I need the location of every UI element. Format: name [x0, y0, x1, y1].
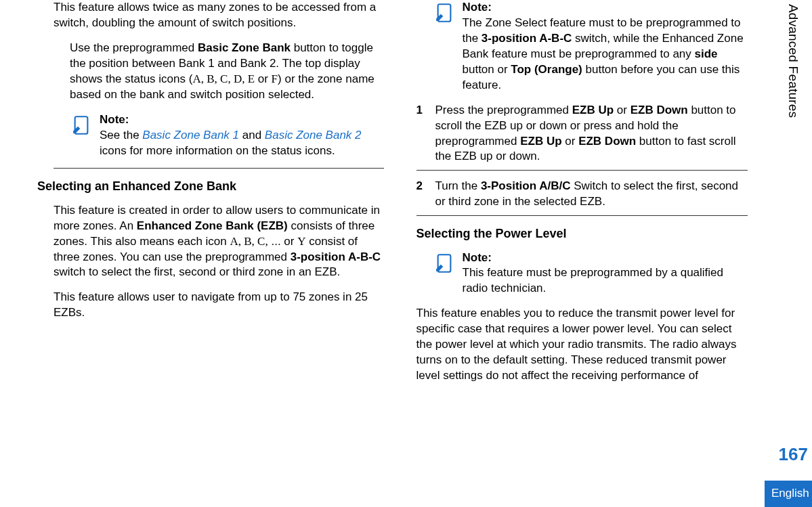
divider [416, 215, 748, 216]
basic-zone-paragraph: Use the preprogrammed Basic Zone Bank bu… [70, 41, 384, 103]
divider [54, 168, 384, 169]
text: Turn the [435, 179, 481, 192]
note-basic-zone: Note: See the Basic Zone Bank 1 and Basi… [70, 112, 384, 159]
text: or [562, 135, 579, 148]
text: This feature must be preprogrammed by a … [463, 266, 724, 294]
heading-enhanced-zone: Selecting an Enhanced Zone Bank [37, 178, 384, 194]
step-1: 1 Press the preprogrammed EZB Up or EZB … [416, 103, 748, 165]
bold-text: Enhanced Zone Bank (EZB) [137, 219, 288, 232]
left-column: This feature allows twice as many zones … [20, 0, 403, 507]
right-column: Note: The Zone Select feature must to be… [403, 0, 786, 507]
step-text: Press the preprogrammed EZB Up or EZB Do… [435, 103, 748, 165]
bold-text: EZB Down [578, 135, 636, 148]
text: Use the preprogrammed [70, 41, 198, 54]
text: switch to select the first, second or th… [54, 265, 340, 278]
bold-text: 3-Position A/B/C [481, 179, 571, 192]
ezb-paragraph-2: This feature allows user to navigate fro… [54, 290, 384, 321]
ezb-paragraph-1: This feature is created in order to allo… [54, 203, 384, 281]
note-title: Note: [463, 0, 748, 16]
intro-paragraph: This feature allows twice as many zones … [54, 0, 384, 31]
text: or [614, 104, 631, 116]
text: or [255, 72, 272, 85]
note-content: Note: The Zone Select feature must to be… [463, 0, 748, 93]
section-label: Advanced Features [784, 0, 802, 118]
note-zone-select: Note: The Zone Select feature must to be… [433, 0, 748, 93]
step-number: 1 [416, 103, 426, 165]
step-2: 2 Turn the 3-Position A/B/C Switch to se… [416, 179, 748, 210]
note-icon [433, 1, 456, 24]
serif-text: Y [297, 235, 305, 248]
note-icon [433, 252, 456, 275]
note-content: Note: This feature must be preprogrammed… [463, 250, 748, 297]
bold-text: Basic Zone Bank [198, 41, 291, 54]
text: See the [100, 129, 142, 141]
serif-text: F [272, 72, 278, 85]
note-title: Note: [100, 112, 384, 128]
text: Press the preprogrammed [435, 104, 572, 116]
note-icon [70, 114, 93, 137]
bold-text: side [695, 47, 718, 60]
text: icons for more information on the status… [100, 144, 335, 157]
link-basic-zone-bank-1[interactable]: Basic Zone Bank 1 [142, 129, 239, 141]
note-power-level: Note: This feature must be preprogrammed… [433, 250, 748, 297]
divider [416, 170, 748, 171]
note-content: Note: See the Basic Zone Bank 1 and Basi… [100, 112, 384, 159]
serif-text: A, B, C, [230, 235, 268, 248]
page-body: This feature allows twice as many zones … [0, 0, 812, 507]
serif-text: A, B, C, D, E [192, 72, 255, 85]
note-title: Note: [463, 250, 748, 266]
bold-text: 3-position A-B-C [482, 32, 572, 45]
text: button or [463, 63, 511, 76]
step-number: 2 [416, 179, 426, 210]
bold-text: 3-position A-B-C [291, 250, 381, 263]
bold-text: EZB Up [520, 135, 561, 148]
sidebar: Advanced Features [774, 0, 812, 507]
heading-power-level: Selecting the Power Level [416, 225, 748, 242]
power-paragraph: This feature enables you to reduce the t… [416, 306, 748, 384]
text: and [239, 129, 265, 141]
page-number: 167 [779, 443, 808, 466]
bold-text: EZB Down [631, 104, 688, 116]
text: ... or [268, 235, 297, 248]
link-basic-zone-bank-2[interactable]: Basic Zone Bank 2 [265, 129, 362, 141]
language-label: English [765, 481, 812, 507]
bold-text: EZB Up [572, 104, 614, 116]
step-text: Turn the 3-Position A/B/C Switch to sele… [435, 179, 748, 210]
bold-text: Top (Orange) [511, 63, 582, 76]
